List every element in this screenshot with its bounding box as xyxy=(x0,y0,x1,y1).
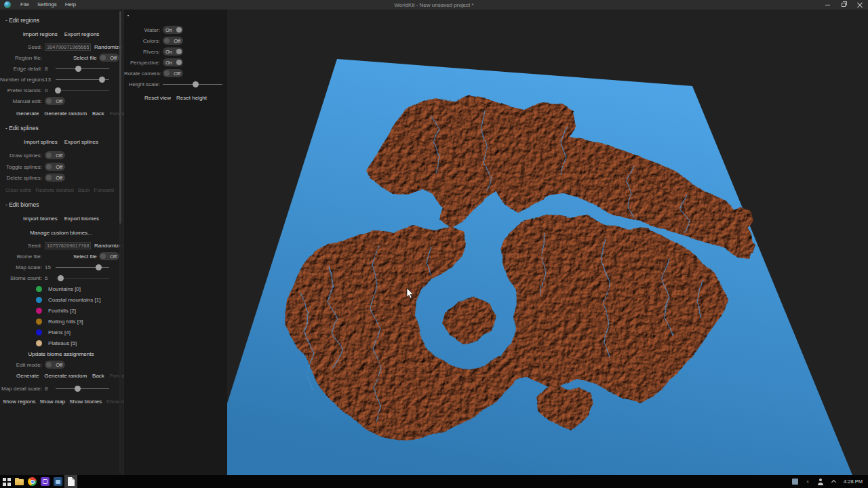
biome-list-item[interactable]: Rolling hills [3] xyxy=(0,316,122,327)
toggle-splines-toggle[interactable]: Off xyxy=(45,163,65,171)
window-controls xyxy=(819,0,868,9)
perspective-toggle[interactable]: On xyxy=(163,58,183,66)
minimize-button[interactable] xyxy=(819,0,835,9)
biome-count-slider[interactable] xyxy=(56,274,109,281)
biome-seed-label: Seed: xyxy=(0,243,42,249)
import-regions-button[interactable]: Import regions xyxy=(23,31,58,37)
show-regions-button[interactable]: Show regions xyxy=(3,399,35,405)
biome-list-item[interactable]: Foothills [2] xyxy=(0,305,122,316)
biome-file-toggle[interactable]: Off xyxy=(99,252,119,260)
regions-back-button[interactable]: Back xyxy=(92,110,104,117)
export-regions-button[interactable]: Export regions xyxy=(64,31,100,37)
reset-view-button[interactable]: Reset view xyxy=(144,95,171,101)
menu-settings[interactable]: Settings xyxy=(33,0,61,9)
purple-app-button[interactable] xyxy=(39,475,52,488)
biomes-back-button[interactable]: Back xyxy=(92,373,104,379)
num-regions-slider[interactable] xyxy=(56,76,109,83)
rotate-camera-label: Rotate camera: xyxy=(124,70,160,77)
viewport-3d[interactable] xyxy=(227,9,868,475)
toggle-state: Off xyxy=(108,55,118,61)
colors-toggle[interactable]: Off xyxy=(163,37,183,45)
biome-list-item[interactable]: Plateaus [5] xyxy=(0,338,122,348)
toggle-state: Off xyxy=(54,152,64,159)
menu-file[interactable]: File xyxy=(16,0,33,9)
edge-detail-label: Edge detail: xyxy=(0,66,42,72)
biomes-generate-button[interactable]: Generate xyxy=(16,373,39,379)
toggle-knob xyxy=(46,175,52,180)
rotate-camera-toggle[interactable]: Off xyxy=(163,69,183,77)
edit-splines-header[interactable]: - Edit splines xyxy=(0,121,122,135)
height-scale-slider[interactable] xyxy=(163,81,222,87)
prefer-islands-slider[interactable] xyxy=(56,87,109,94)
update-biome-assignments-button[interactable]: Update biome assignments xyxy=(28,351,94,357)
worldkit-document-icon xyxy=(68,477,75,486)
chrome-button[interactable] xyxy=(26,475,39,488)
map-detail-scale-slider[interactable] xyxy=(56,386,109,392)
water-toggle[interactable]: On xyxy=(163,26,183,34)
sidebar-scrollbar[interactable] xyxy=(119,11,121,474)
close-button[interactable] xyxy=(852,0,868,9)
map-scale-label: Map scale: xyxy=(0,264,42,270)
export-splines-button[interactable]: Export splines xyxy=(64,139,98,145)
taskbar-clock[interactable]: 4:28 PM xyxy=(844,479,868,485)
app-logo-icon xyxy=(4,1,11,8)
regions-generate-random-button[interactable]: Generate random xyxy=(44,110,87,117)
toggle-splines-label: Toggle splines: xyxy=(0,164,42,170)
tray-glyph-icon[interactable] xyxy=(806,479,809,484)
start-button[interactable] xyxy=(0,475,13,488)
restore-deleted-button: Restore deleted xyxy=(35,187,73,193)
biome-list-item[interactable]: Plains [4] xyxy=(0,327,122,338)
file-explorer-button[interactable] xyxy=(13,475,26,488)
map-scale-slider[interactable] xyxy=(56,264,109,270)
show-biomes-button[interactable]: Show biomes xyxy=(69,399,102,405)
manage-custom-biomes-button[interactable]: Manage custom biomes... xyxy=(30,230,92,236)
biome-seed-input[interactable] xyxy=(45,242,91,249)
toggle-state: Off xyxy=(54,362,64,368)
edit-regions-header[interactable]: - Edit regions xyxy=(0,13,122,27)
toggle-knob xyxy=(176,27,182,33)
region-select-file-button[interactable]: Select file xyxy=(73,55,97,61)
close-icon xyxy=(857,2,863,7)
manual-edit-toggle[interactable]: Off xyxy=(45,97,65,105)
biome-select-file-button[interactable]: Select file xyxy=(73,253,97,260)
region-randomize-button[interactable]: Randomize xyxy=(94,44,121,50)
blue-app-button[interactable] xyxy=(52,475,64,488)
maximize-restore-button[interactable] xyxy=(835,0,852,9)
terrain-render xyxy=(227,9,868,475)
biome-list-item[interactable]: Mountains [0] xyxy=(0,283,122,294)
toggle-knob xyxy=(164,70,170,76)
biomes-generate-random-button[interactable]: Generate random xyxy=(44,373,87,379)
biome-color-dot xyxy=(36,297,42,303)
prefer-islands-label: Prefer islands: xyxy=(0,87,42,94)
draw-splines-toggle[interactable]: Off xyxy=(45,151,65,159)
regions-generate-button[interactable]: Generate xyxy=(16,110,39,117)
region-file-toggle[interactable]: Off xyxy=(99,54,119,62)
reset-height-button[interactable]: Reset height xyxy=(176,95,207,101)
edit-sidebar: - Edit regions Import regions Export reg… xyxy=(0,9,122,475)
region-seed-input[interactable] xyxy=(45,43,91,51)
import-biomes-button[interactable]: Import biomes xyxy=(23,216,58,222)
water-label: Water: xyxy=(124,27,160,33)
manual-edit-label: Manual edit: xyxy=(0,98,42,104)
worldkit-taskbar-button[interactable] xyxy=(64,475,77,488)
show-map-button[interactable]: Show map xyxy=(39,399,65,405)
tray-app-icon[interactable] xyxy=(792,479,798,485)
biome-randomize-button[interactable]: Randomize xyxy=(94,243,121,249)
map-detail-scale-label: Map detail scale: xyxy=(0,386,42,392)
prefer-islands-value: 0 xyxy=(45,87,56,94)
tray-user-icon[interactable] xyxy=(817,479,824,485)
rivers-toggle[interactable]: On xyxy=(163,47,183,56)
biome-color-dot xyxy=(36,319,42,325)
sidebar-scrollbar-thumb[interactable] xyxy=(119,11,121,224)
edit-mode-toggle[interactable]: Off xyxy=(45,361,65,369)
import-splines-button[interactable]: Import splines xyxy=(24,139,58,145)
menu-help[interactable]: Help xyxy=(61,0,80,9)
export-biomes-button[interactable]: Export biomes xyxy=(64,216,99,222)
biome-list-item[interactable]: Coastal mountains [1] xyxy=(0,294,122,305)
edit-mode-label: Edit mode: xyxy=(0,362,42,368)
edge-detail-slider[interactable] xyxy=(56,65,109,72)
delete-splines-toggle[interactable]: Off xyxy=(45,174,65,182)
edit-biomes-header[interactable]: - Edit biomes xyxy=(0,197,122,211)
hidden-icons-chevron-icon[interactable] xyxy=(831,480,836,485)
toggle-knob xyxy=(100,55,106,60)
